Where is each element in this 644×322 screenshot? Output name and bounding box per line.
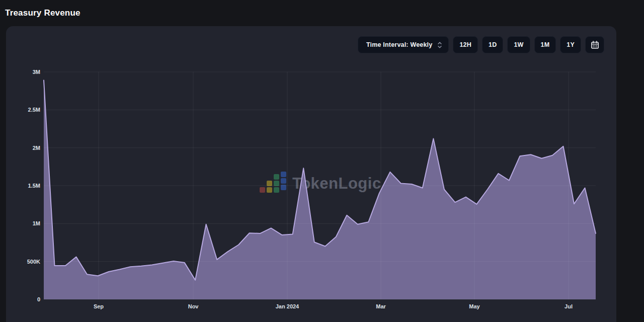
y-axis-tick-label: 3M bbox=[33, 69, 40, 75]
chart-panel: TokenLogic 3M2.5M2M1.5M1M500K0SepNovJan … bbox=[6, 26, 616, 322]
range-button-12h[interactable]: 12H bbox=[453, 36, 478, 53]
x-axis-tick-label: May bbox=[469, 303, 480, 309]
y-axis-tick-label: 2.5M bbox=[28, 107, 40, 113]
treasury-revenue-area-chart: 3M2.5M2M1.5M1M500K0SepNovJan 2024MarMayJ… bbox=[6, 26, 616, 322]
y-axis-tick-label: 0 bbox=[37, 296, 40, 302]
calendar-icon bbox=[591, 41, 599, 49]
y-axis-tick-label: 2M bbox=[33, 145, 40, 151]
y-axis-tick-label: 1.5M bbox=[28, 183, 40, 189]
calendar-button[interactable] bbox=[585, 36, 604, 53]
range-button-1d[interactable]: 1D bbox=[482, 36, 503, 53]
time-interval-dropdown[interactable]: Time Interval: Weekly bbox=[358, 36, 449, 53]
chart-controls: Time Interval: Weekly 12H 1D 1W 1M 1Y bbox=[358, 36, 604, 53]
y-axis-tick-label: 1M bbox=[33, 220, 40, 226]
page: Treasury Revenue TokenLogic 3M2.5M2M1.5M… bbox=[0, 0, 644, 322]
range-button-1y[interactable]: 1Y bbox=[560, 36, 581, 53]
x-axis-tick-label: Mar bbox=[376, 303, 386, 309]
time-interval-dropdown-label: Time Interval: Weekly bbox=[366, 41, 433, 48]
chevron-up-down-icon bbox=[437, 41, 442, 49]
range-button-1m[interactable]: 1M bbox=[534, 36, 556, 53]
y-axis-tick-label: 500K bbox=[27, 259, 40, 265]
x-axis-tick-label: Sep bbox=[94, 303, 104, 309]
range-button-1w[interactable]: 1W bbox=[507, 36, 530, 53]
x-axis-tick-label: Jan 2024 bbox=[276, 303, 299, 309]
x-axis-tick-label: Jul bbox=[565, 303, 573, 309]
x-axis-tick-label: Nov bbox=[188, 303, 199, 309]
page-title: Treasury Revenue bbox=[5, 8, 80, 18]
